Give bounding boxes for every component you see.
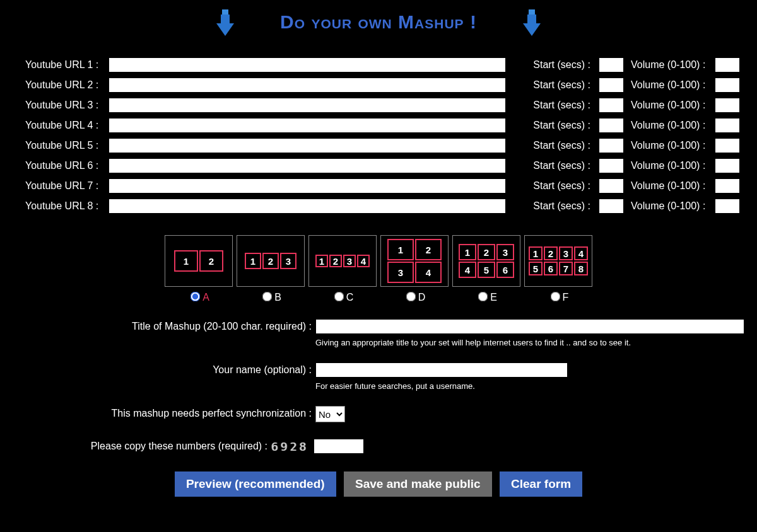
layout-radio-input-A[interactable]	[191, 292, 201, 302]
url-row: Youtube URL 4 :Start (secs) :Volume (0-1…	[13, 115, 744, 136]
volume-input-7[interactable]	[715, 178, 740, 194]
url-label: Youtube URL 8 :	[13, 196, 106, 216]
url-label: Youtube URL 7 :	[13, 176, 106, 196]
start-input-4[interactable]	[599, 118, 624, 133]
name-label: Your name (optional) :	[13, 362, 315, 376]
url-input-6[interactable]	[109, 158, 506, 173]
layout-cell: 1	[245, 253, 261, 269]
start-input-1[interactable]	[599, 57, 624, 72]
layout-cell: 8	[574, 262, 588, 275]
url-table: Youtube URL 1 :Start (secs) :Volume (0-1…	[13, 55, 744, 216]
svg-rect-3	[529, 9, 535, 14]
volume-label: Volume (0-100) :	[628, 156, 712, 176]
url-row: Youtube URL 6 :Start (secs) :Volume (0-1…	[13, 156, 744, 176]
your-name-input[interactable]	[315, 362, 568, 378]
layout-cell: 4	[459, 262, 476, 278]
layout-cell: 2	[262, 253, 279, 269]
url-label: Youtube URL 3 :	[13, 95, 106, 115]
url-row: Youtube URL 5 :Start (secs) :Volume (0-1…	[13, 136, 744, 156]
layout-option-F: 12345678F	[524, 235, 592, 303]
layout-cell: 4	[357, 255, 370, 267]
url-label: Youtube URL 1 :	[13, 55, 106, 75]
url-row: Youtube URL 8 :Start (secs) :Volume (0-1…	[13, 196, 744, 216]
url-row: Youtube URL 3 :Start (secs) :Volume (0-1…	[13, 95, 744, 115]
start-input-6[interactable]	[599, 158, 624, 173]
layout-cell: 2	[329, 255, 342, 267]
start-label: Start (secs) :	[531, 75, 596, 95]
captcha-code: 6928	[271, 440, 308, 453]
layout-radio-E: E	[452, 291, 520, 303]
layout-cell: 3	[343, 255, 356, 267]
url-input-5[interactable]	[109, 138, 506, 153]
volume-input-8[interactable]	[715, 199, 740, 214]
volume-label: Volume (0-100) :	[628, 55, 712, 75]
layout-cell: 6	[544, 262, 558, 275]
layout-radio-input-B[interactable]	[262, 292, 273, 302]
layout-cell: 1	[174, 250, 198, 272]
volume-input-6[interactable]	[715, 158, 740, 173]
layout-preview-D[interactable]: 1234	[380, 235, 449, 287]
url-row: Youtube URL 1 :Start (secs) :Volume (0-1…	[13, 55, 744, 75]
layout-option-A: 12A	[165, 235, 233, 303]
layout-cell: 4	[415, 262, 442, 283]
captcha-input[interactable]	[314, 439, 364, 454]
layout-cell: 6	[496, 262, 514, 278]
arrow-down-icon-left	[214, 9, 237, 37]
svg-marker-5	[523, 23, 541, 36]
svg-rect-0	[222, 9, 228, 14]
start-label: Start (secs) :	[531, 196, 596, 216]
layout-radio-input-F[interactable]	[550, 292, 560, 302]
layout-cell: 1	[315, 255, 328, 267]
layout-radio-input-D[interactable]	[406, 292, 416, 302]
volume-input-2[interactable]	[715, 78, 740, 93]
layout-option-D: 1234D	[380, 235, 449, 303]
layout-radio-B: B	[237, 291, 305, 303]
layout-preview-E[interactable]: 123456	[452, 235, 520, 287]
volume-label: Volume (0-100) :	[628, 75, 712, 95]
layout-radio-label: C	[346, 292, 354, 303]
title-help: Giving an appropriate title to your set …	[315, 338, 744, 347]
layout-preview-F[interactable]: 12345678	[524, 235, 592, 287]
url-input-8[interactable]	[109, 199, 506, 214]
start-input-7[interactable]	[599, 178, 624, 194]
layout-preview-C[interactable]: 1234	[308, 235, 377, 287]
layout-radio-label: A	[202, 292, 209, 303]
volume-input-4[interactable]	[715, 118, 740, 133]
layout-preview-A[interactable]: 12	[165, 235, 233, 287]
start-label: Start (secs) :	[531, 136, 596, 156]
preview-button[interactable]: Preview (recommended)	[175, 471, 336, 497]
name-help: For easier future searches, put a userna…	[315, 381, 744, 391]
url-input-7[interactable]	[109, 178, 506, 194]
start-label: Start (secs) :	[531, 95, 596, 115]
page-title-text: Do your own Mashup !	[280, 11, 477, 32]
layout-selector: 12A123B1234C1234D123456E12345678F	[13, 235, 744, 303]
svg-rect-1	[221, 14, 230, 23]
url-input-4[interactable]	[109, 118, 506, 133]
save-button[interactable]: Save and make public	[344, 471, 492, 497]
volume-label: Volume (0-100) :	[628, 95, 712, 115]
volume-input-5[interactable]	[715, 138, 740, 153]
layout-radio-input-C[interactable]	[334, 292, 344, 302]
start-input-5[interactable]	[599, 138, 624, 153]
mashup-title-input[interactable]	[315, 319, 744, 334]
url-input-3[interactable]	[109, 98, 506, 113]
layout-cell: 3	[387, 262, 414, 283]
url-input-1[interactable]	[109, 57, 506, 72]
sync-select[interactable]: NoYes	[315, 406, 345, 422]
start-input-3[interactable]	[599, 98, 624, 113]
volume-input-3[interactable]	[715, 98, 740, 113]
layout-radio-input-E[interactable]	[478, 292, 488, 302]
start-label: Start (secs) :	[531, 55, 596, 75]
layout-cell: 1	[529, 246, 543, 260]
url-input-2[interactable]	[109, 78, 506, 93]
clear-button[interactable]: Clear form	[500, 471, 582, 497]
volume-label: Volume (0-100) :	[628, 136, 712, 156]
url-row: Youtube URL 2 :Start (secs) :Volume (0-1…	[13, 75, 744, 95]
layout-cell: 5	[478, 262, 495, 278]
layout-cell: 1	[387, 239, 414, 260]
layout-cell: 2	[478, 244, 495, 260]
start-input-8[interactable]	[599, 199, 624, 214]
start-input-2[interactable]	[599, 78, 624, 93]
volume-input-1[interactable]	[715, 57, 740, 72]
layout-preview-B[interactable]: 123	[237, 235, 305, 287]
